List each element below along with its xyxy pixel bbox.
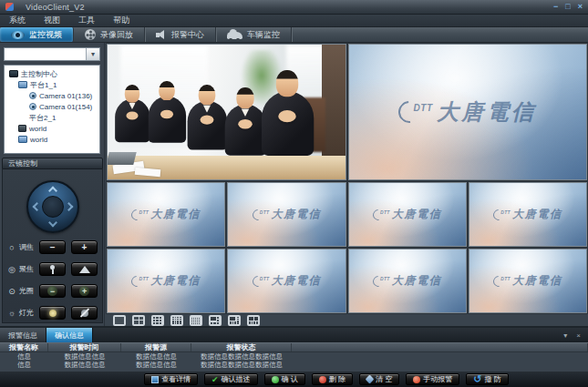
video-pane-idle[interactable]: DTT 大唐電信 <box>348 44 588 180</box>
tree-item[interactable]: Camera 01(154) <box>5 101 99 112</box>
ptz-row-label: 灯光 <box>19 308 34 318</box>
action-button[interactable]: ↺ 撤 防 <box>466 373 508 385</box>
nav-tab[interactable]: 监控视频 <box>0 27 74 42</box>
dpad-down-icon[interactable] <box>48 219 57 228</box>
tree-item[interactable]: Camera 01(136) <box>5 90 99 101</box>
manual-alarm-icon <box>413 376 420 383</box>
action-button[interactable]: 清 空 <box>359 373 399 385</box>
nav-tab[interactable]: 录像回放 <box>74 27 145 42</box>
chevron-down-icon[interactable]: ▾ <box>86 48 99 60</box>
layout-button[interactable] <box>112 314 127 326</box>
ptz-button[interactable]: − <box>39 240 66 254</box>
tree-item[interactable]: 平台1_1 <box>5 79 99 90</box>
logo-name: 大唐電信 <box>271 273 321 289</box>
device-combo[interactable]: ▾ <box>4 47 100 61</box>
layout-5x5-icon <box>190 315 202 326</box>
datang-telecom-logo: DTT 大唐電信 <box>108 250 224 312</box>
meeting-room-video <box>108 45 346 179</box>
minimize-icon[interactable]: − <box>553 3 558 11</box>
device-combo-input[interactable] <box>5 48 86 60</box>
tree-item-label: world <box>30 136 47 144</box>
ptz-row: ⊙ 光圈 − + <box>3 284 102 298</box>
menu-item[interactable]: 帮助 <box>113 15 129 26</box>
video-pane-idle[interactable]: DTT 大唐電信 <box>469 182 587 247</box>
tree-item-label: world <box>29 125 46 133</box>
ptz-panel-header[interactable]: 云镜控制 <box>2 158 103 169</box>
action-button[interactable]: ✔ 确认描述 <box>204 373 258 385</box>
dpad-center-knob[interactable] <box>42 196 64 218</box>
video-pane-idle[interactable]: DTT 大唐電信 <box>107 182 225 247</box>
column-header[interactable]: 报警时间 <box>48 343 121 351</box>
device-tree: 主控制中心 平台1_1 Camera 01(136) Camera 01(154… <box>4 65 100 154</box>
dpad-right-icon[interactable] <box>64 202 73 211</box>
check-icon: ✔ <box>211 376 219 383</box>
video-pane-idle[interactable]: DTT 大唐電信 <box>227 182 346 247</box>
ptz-row: ◎ 聚焦 <box>3 262 102 276</box>
tab-alarm-info[interactable]: 报警信息 <box>0 328 46 342</box>
ptz-button[interactable]: − <box>39 284 66 298</box>
title-bar[interactable]: VideoClient_V2 − □ × <box>0 0 588 15</box>
tree-item-label: Camera 01(136) <box>39 92 92 100</box>
tree-item[interactable]: 平台2_1 <box>5 112 99 123</box>
ptz-dpad[interactable] <box>26 180 79 233</box>
column-header[interactable]: 报警源 <box>121 343 191 351</box>
column-header[interactable]: 报警名称 <box>0 343 48 351</box>
menu-item[interactable]: 视图 <box>44 15 60 26</box>
ptz-button[interactable] <box>39 306 66 320</box>
cell-alarm-status: 数据信息数据信息数据信息 <box>191 361 292 369</box>
datang-telecom-logo: DTT 大唐電信 <box>349 250 466 312</box>
tree-item[interactable]: 主控制中心 <box>5 68 99 79</box>
ptz-row-icon: ◎ <box>7 265 16 274</box>
close-icon[interactable]: × <box>578 3 583 11</box>
action-button[interactable]: 查看详情 <box>144 373 198 385</box>
layout-button[interactable] <box>208 314 222 326</box>
car-icon <box>227 32 242 39</box>
videoclient-window: VideoClient_V2 − □ × 系统视图工具帮助 监控视频 录像回放 … <box>0 0 588 387</box>
nav-tab[interactable]: 车辆监控 <box>216 27 292 42</box>
action-button[interactable]: 删 除 <box>312 373 353 385</box>
table-row[interactable]: 信息 数据信息信息 数据信息信息 数据信息数据信息数据信息 <box>0 352 588 361</box>
tree-item[interactable]: world <box>5 134 99 145</box>
logo-name: 大唐電信 <box>437 97 536 127</box>
film-reel-icon <box>85 29 96 40</box>
layout-button[interactable] <box>246 314 261 326</box>
layout-button[interactable] <box>150 314 165 326</box>
video-pane-idle[interactable]: DTT 大唐電信 <box>469 249 587 313</box>
ptz-button[interactable]: + <box>71 240 98 254</box>
ptz-button[interactable] <box>39 262 66 276</box>
collapse-panel-icon[interactable]: ▾ <box>563 331 567 340</box>
ptz-button[interactable]: + <box>71 284 98 298</box>
action-button[interactable]: 确 认 <box>264 373 305 385</box>
video-pane-idle[interactable]: DTT 大唐電信 <box>348 249 467 313</box>
video-pane-live[interactable] <box>107 44 346 180</box>
action-button[interactable]: 手动报警 <box>406 373 459 385</box>
layout-button[interactable] <box>170 314 184 326</box>
menu-item[interactable]: 系统 <box>9 15 26 26</box>
close-panel-icon[interactable]: × <box>576 331 581 340</box>
ptz-button[interactable] <box>71 262 98 276</box>
layout-toolbar <box>106 314 588 326</box>
table-row[interactable]: 信息 数据信息信息 数据信息信息 数据信息数据信息数据信息 <box>0 361 588 369</box>
dpad-up-icon[interactable] <box>48 187 57 196</box>
layout-button[interactable] <box>189 314 203 326</box>
video-pane-idle[interactable]: DTT 大唐電信 <box>107 249 225 313</box>
nav-tab[interactable]: 报警中心 <box>145 27 216 42</box>
focus-near-icon <box>48 265 57 274</box>
platform-icon <box>18 81 27 88</box>
cell-alarm-source: 数据信息信息 <box>121 352 191 361</box>
tree-item-label: Camera 01(154) <box>39 103 92 111</box>
ptz-button[interactable] <box>71 306 98 320</box>
video-pane-idle[interactable]: DTT 大唐電信 <box>227 249 346 313</box>
layout-button[interactable] <box>227 314 242 326</box>
tree-item[interactable]: world <box>5 123 99 134</box>
menu-item[interactable]: 工具 <box>78 15 95 26</box>
cell-alarm-name: 信息 <box>0 352 48 361</box>
dpad-left-icon[interactable] <box>32 202 41 211</box>
light-on-icon <box>49 310 57 317</box>
column-header[interactable]: 报警状态 <box>191 343 292 351</box>
tab-confirm-info[interactable]: 确认信息 <box>46 328 93 342</box>
layout-button[interactable] <box>131 314 146 326</box>
maximize-icon[interactable]: □ <box>565 3 570 11</box>
logo-name: 大唐電信 <box>392 207 442 222</box>
video-pane-idle[interactable]: DTT 大唐電信 <box>348 182 467 247</box>
